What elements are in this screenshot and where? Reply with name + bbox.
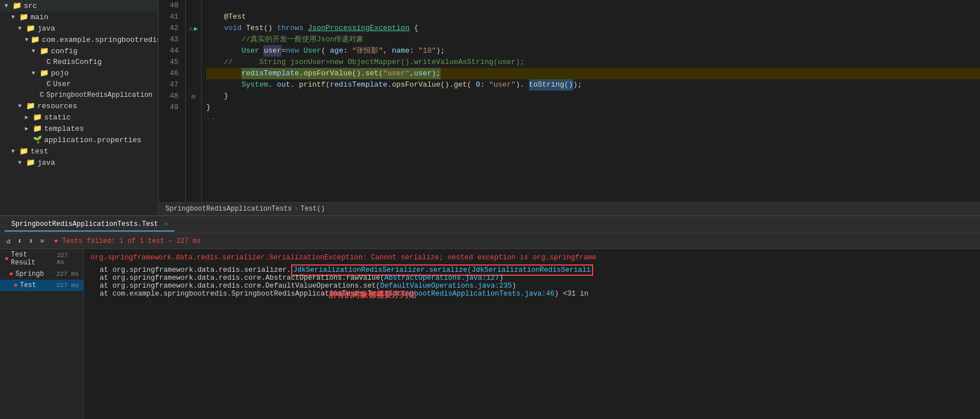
fail-icon: ● bbox=[14, 281, 18, 289]
sidebar-item-appprops[interactable]: 🌱 application.properties bbox=[0, 134, 158, 146]
test-node-label: Springb bbox=[15, 270, 44, 278]
stack-line-3: at org.springframework.data.redis.core.D… bbox=[91, 282, 973, 290]
arrow-icon bbox=[25, 37, 28, 43]
folder-icon: 📁 bbox=[19, 147, 28, 156]
tab-label: SpringbootRedisApplicationTests.Test bbox=[11, 220, 158, 228]
folder-icon: 📁 bbox=[33, 113, 42, 122]
folder-icon: 📁 bbox=[26, 24, 35, 33]
highlighted-link[interactable]: JdkSerializationRedisSerializer.serializ… bbox=[293, 266, 591, 274]
code-line-41: @Test bbox=[206, 11, 980, 23]
folder-icon: 📁 bbox=[40, 46, 49, 55]
sidebar-item-label: java bbox=[37, 159, 55, 167]
folder-icon: 📁 bbox=[26, 101, 35, 110]
sidebar-item-redisconfig[interactable]: C RedisConfig bbox=[0, 57, 158, 67]
sidebar-item-label: src bbox=[24, 2, 37, 10]
sort-down-button[interactable]: ⬇ bbox=[16, 236, 24, 246]
sidebar-item-src[interactable]: 📁 src bbox=[0, 0, 158, 11]
link-abstract[interactable]: AbstractOperations.java:127 bbox=[385, 274, 500, 282]
test-time: 227 ms bbox=[57, 252, 79, 266]
java-icon: C bbox=[40, 91, 44, 99]
sidebar-item-templates[interactable]: 📁 templates bbox=[0, 123, 158, 134]
breadcrumb-sep: › bbox=[294, 205, 298, 213]
panel-body: ● Test Result 227 ms ● Springb 227 ms ● … bbox=[0, 249, 980, 419]
sidebar-item-label: com.example.springbootredis bbox=[42, 36, 159, 44]
sidebar-item-label: config bbox=[51, 47, 78, 55]
sidebar-item-java[interactable]: 📁 java bbox=[0, 23, 158, 34]
rerun-button[interactable]: ↺ bbox=[5, 236, 12, 246]
sort-up-button[interactable]: ⬆ bbox=[27, 236, 35, 246]
fail-icon: ● bbox=[9, 270, 13, 278]
code-line-42: void Test() throws JsonProcessingExcepti… bbox=[206, 23, 980, 34]
test-output: org.springframework.data.redis.serialize… bbox=[84, 249, 980, 419]
sidebar-item-config[interactable]: 📁 config bbox=[0, 45, 158, 57]
file-tree: 📁 src 📁 main 📁 java 📁 com.example.spring… bbox=[0, 0, 159, 215]
test-node-spring[interactable]: ● Springb 227 ms bbox=[0, 268, 83, 280]
panel-toolbar: ↺ ⬇ ⬆ » ● Tests failed: 1 of 1 test – 22… bbox=[0, 233, 980, 249]
stack-line-4: at com.example.springbootredis.Springboo… bbox=[100, 290, 973, 298]
breadcrumb-file: SpringbootRedisApplicationTests bbox=[165, 205, 292, 213]
run-gutter-icon[interactable]: ▶ bbox=[194, 25, 198, 32]
chinese-overlay-text: 所有的对象都需要序列化 bbox=[329, 290, 416, 300]
test-node-label: Test bbox=[20, 281, 36, 289]
sidebar-item-label: static bbox=[44, 113, 71, 122]
test-node-test[interactable]: ● Test 227 ms bbox=[0, 280, 83, 291]
sidebar-item-label: resources bbox=[37, 102, 77, 110]
code-line-40 bbox=[206, 0, 980, 11]
more-button[interactable]: » bbox=[38, 236, 46, 246]
code-line-43: //真实的开发一般使用Json传递对象 bbox=[206, 34, 980, 45]
test-time: 227 ms bbox=[56, 282, 79, 289]
folder-icon: 📁 bbox=[26, 158, 35, 167]
sidebar-item-label: main bbox=[31, 13, 48, 22]
sidebar-item-label: application.properties bbox=[44, 136, 142, 144]
sidebar-item-label: SpringbootRedisApplication bbox=[46, 91, 152, 99]
arrow-icon bbox=[32, 48, 37, 54]
editor: 40 41 42 43 44 45 46 47 48 49 bbox=[159, 0, 980, 215]
sidebar-item-label: pojo bbox=[51, 69, 69, 78]
error-gutter-icon: ⚠ bbox=[189, 24, 194, 33]
gutter: ⚠ ▶ ⊟ bbox=[186, 0, 202, 202]
code-line-49: } bbox=[206, 102, 980, 113]
arrow-icon bbox=[25, 125, 31, 132]
sidebar-item-test[interactable]: 📁 test bbox=[0, 146, 158, 157]
sidebar-item-pojo[interactable]: 📁 pojo bbox=[0, 67, 158, 79]
code-area[interactable]: @Test void Test() throws JsonProcessingE… bbox=[202, 0, 980, 202]
test-node-label: Test Result bbox=[11, 251, 54, 267]
arrow-icon bbox=[18, 25, 24, 32]
sidebar-item-static[interactable]: 📁 static bbox=[0, 112, 158, 123]
code-line-47: System. out. printf(redisTemplate.opsFor… bbox=[206, 79, 980, 91]
folder-icon: 📁 bbox=[19, 12, 28, 22]
test-node-result[interactable]: ● Test Result 227 ms bbox=[0, 249, 83, 268]
arrow-icon bbox=[11, 148, 17, 155]
tab-close-icon[interactable]: × bbox=[164, 221, 168, 228]
test-tree: ● Test Result 227 ms ● Springb 227 ms ● … bbox=[0, 249, 84, 419]
test-status: ● Tests failed: 1 of 1 test – 227 ms bbox=[54, 237, 201, 245]
sidebar-item-springbootapp[interactable]: C SpringbootRedisApplication bbox=[0, 89, 158, 100]
collapse-icon[interactable]: ⊟ bbox=[191, 93, 195, 100]
arrow-icon bbox=[32, 70, 37, 76]
folder-icon: 📁 bbox=[40, 69, 49, 78]
sidebar-item-user[interactable]: C User bbox=[0, 79, 158, 89]
java-icon: C bbox=[46, 58, 51, 66]
sidebar-item-label: java bbox=[37, 24, 55, 33]
tab-test-results[interactable]: SpringbootRedisApplicationTests.Test × bbox=[5, 218, 174, 232]
sidebar-item-resources[interactable]: 📁 resources bbox=[0, 100, 158, 112]
sidebar-item-java-test[interactable]: 📁 java bbox=[0, 157, 158, 168]
panel-tabs: SpringbootRedisApplicationTests.Test × bbox=[0, 216, 980, 233]
test-status-text: Tests failed: 1 of 1 test – 227 ms bbox=[62, 237, 201, 245]
sidebar-item-label: RedisConfig bbox=[53, 58, 102, 66]
props-icon: 🌱 bbox=[33, 135, 42, 144]
link-default[interactable]: DefaultValueOperations.java:235 bbox=[380, 282, 512, 290]
sidebar-item-label: templates bbox=[44, 125, 84, 133]
arrow-icon bbox=[18, 103, 24, 109]
arrow-icon bbox=[25, 114, 31, 121]
breadcrumb-method: Test() bbox=[300, 205, 325, 213]
sidebar-item-package[interactable]: 📁 com.example.springbootredis bbox=[0, 34, 158, 45]
code-line-dot: -- bbox=[206, 113, 980, 125]
stack-line-4-container: at com.example.springbootredis.Springboo… bbox=[91, 290, 973, 298]
code-line-46: redisTemplate.opsForValue().set("user",u… bbox=[206, 68, 980, 79]
folder-icon: 📁 bbox=[12, 1, 22, 10]
sidebar-item-main[interactable]: 📁 main bbox=[0, 11, 158, 23]
code-line-45: // String jsonUser=new ObjectMapper().wr… bbox=[206, 57, 980, 68]
code-line-48: } bbox=[206, 91, 980, 102]
folder-icon: 📁 bbox=[31, 35, 40, 44]
